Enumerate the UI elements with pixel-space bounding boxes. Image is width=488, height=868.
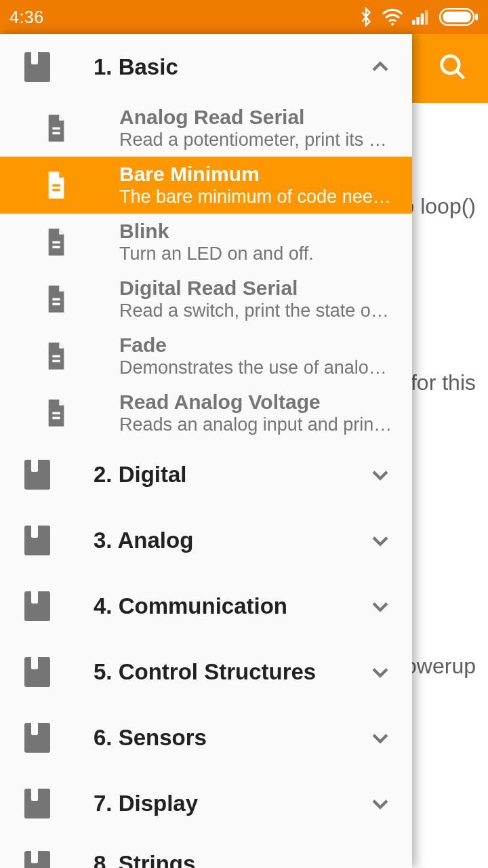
category-label: 2. Digital — [94, 462, 369, 488]
category-label: 5. Control Structures — [94, 659, 369, 685]
category-strings[interactable]: 8. Strings — [0, 836, 412, 868]
category-label: 3. Analog — [94, 528, 369, 553]
list-item[interactable]: Analog Read Serial Read a potentiometer,… — [0, 100, 412, 157]
bluetooth-icon — [359, 7, 373, 27]
item-title: Read Analog Voltage — [119, 391, 396, 414]
document-icon — [45, 172, 68, 199]
list-item[interactable]: Read Analog Voltage Reads an analog inpu… — [0, 384, 412, 441]
svg-line-9 — [457, 71, 464, 79]
item-title: Analog Read Serial — [119, 106, 396, 129]
bookmark-icon — [24, 52, 50, 82]
svg-rect-12 — [52, 184, 60, 187]
chevron-down-icon — [369, 529, 392, 552]
category-control-structures[interactable]: 5. Control Structures — [0, 639, 412, 705]
bookmark-icon — [24, 591, 50, 621]
chevron-down-icon — [369, 726, 392, 749]
list-item[interactable]: Fade Demonstrates the use of analog out… — [0, 328, 412, 384]
svg-point-0 — [391, 23, 394, 26]
battery-icon — [439, 8, 479, 26]
category-label: 4. Communication — [94, 593, 369, 619]
svg-rect-19 — [52, 360, 60, 363]
svg-rect-13 — [52, 189, 60, 192]
item-title: Digital Read Serial — [119, 277, 396, 300]
item-subtitle: Read a switch, print the state out to… — [119, 300, 396, 321]
bookmark-icon — [24, 723, 50, 753]
list-item[interactable]: Blink Turn an LED on and off. — [0, 214, 412, 271]
bookmark-icon — [24, 657, 50, 687]
item-subtitle: Turn an LED on and off. — [119, 243, 396, 264]
category-label: 1. Basic — [94, 54, 369, 80]
svg-rect-2 — [416, 17, 419, 24]
svg-rect-15 — [52, 246, 60, 249]
item-subtitle: Demonstrates the use of analog out… — [119, 357, 396, 378]
svg-rect-21 — [52, 417, 60, 420]
bookmark-icon — [24, 460, 50, 490]
status-time: 4:36 — [9, 7, 44, 27]
category-label: 7. Display — [94, 791, 369, 816]
svg-rect-3 — [421, 14, 424, 25]
category-basic[interactable]: 1. Basic — [0, 34, 412, 100]
document-icon — [45, 229, 68, 256]
document-icon — [45, 399, 68, 427]
item-subtitle: Read a potentiometer, print its state… — [119, 130, 396, 151]
svg-rect-10 — [52, 127, 60, 130]
svg-rect-14 — [52, 241, 60, 244]
nav-drawer: 1. Basic Analog Read Serial Read a poten… — [0, 34, 412, 868]
bookmark-icon — [24, 789, 50, 818]
chevron-down-icon — [369, 660, 392, 684]
chevron-down-icon — [369, 595, 392, 618]
status-icons — [359, 7, 479, 27]
signal-icon — [412, 9, 431, 25]
svg-rect-11 — [52, 132, 60, 135]
svg-rect-4 — [425, 10, 428, 25]
category-analog[interactable]: 3. Analog — [0, 507, 412, 573]
document-icon — [45, 342, 68, 370]
category-display[interactable]: 7. Display — [0, 770, 412, 836]
item-title: Blink — [119, 220, 396, 243]
chevron-down-icon — [369, 463, 392, 486]
svg-point-8 — [442, 56, 460, 74]
search-icon[interactable] — [438, 52, 468, 85]
category-label: 8. Strings — [94, 851, 392, 868]
document-icon — [45, 115, 68, 142]
category-sensors[interactable]: 6. Sensors — [0, 705, 412, 770]
bookmark-icon — [24, 526, 50, 555]
svg-rect-18 — [52, 355, 60, 358]
item-subtitle: The bare minimum of code needed… — [119, 186, 396, 208]
bookmark-icon — [24, 851, 50, 868]
svg-rect-17 — [52, 303, 60, 306]
svg-rect-1 — [412, 20, 415, 24]
svg-rect-7 — [475, 14, 478, 20]
wifi-icon — [381, 8, 404, 26]
svg-rect-16 — [52, 298, 60, 301]
category-label: 6. Sensors — [94, 725, 369, 751]
chevron-up-icon — [369, 56, 392, 79]
item-title: Bare Minimum — [119, 163, 396, 186]
document-icon — [45, 285, 68, 313]
svg-rect-20 — [52, 412, 60, 415]
item-title: Fade — [119, 334, 396, 357]
category-digital[interactable]: 2. Digital — [0, 441, 412, 507]
list-item[interactable]: Bare Minimum The bare minimum of code ne… — [0, 157, 412, 214]
item-subtitle: Reads an analog input and prints th… — [119, 414, 396, 435]
list-item[interactable]: Digital Read Serial Read a switch, print… — [0, 271, 412, 328]
status-bar: 4:36 — [0, 0, 488, 34]
chevron-down-icon — [369, 792, 392, 815]
category-communication[interactable]: 4. Communication — [0, 573, 412, 639]
svg-rect-6 — [443, 12, 471, 22]
